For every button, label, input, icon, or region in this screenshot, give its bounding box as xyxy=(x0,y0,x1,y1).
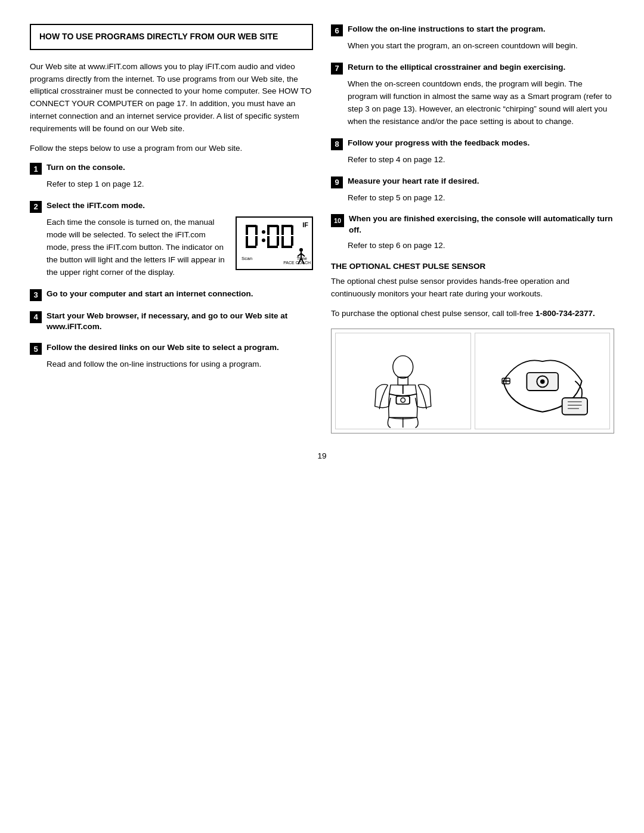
step-2-text: Each time the console is turned on, the … xyxy=(47,216,227,279)
svg-rect-4 xyxy=(255,236,258,246)
step-5-number: 5 xyxy=(30,343,42,355)
svg-point-7 xyxy=(262,239,265,242)
section-title: HOW TO USE PROGRAMS DIRECTLY FROM OUR WE… xyxy=(39,31,304,43)
step-5-body: Read and follow the on-line instructions… xyxy=(30,358,313,371)
step-6: 6 Follow the on-line instructions to sta… xyxy=(331,24,614,52)
step-10-header: 10 When you are finished exercising, the… xyxy=(331,213,614,236)
step-1-title: Turn on the console. xyxy=(47,162,125,174)
left-column: HOW TO USE PROGRAMS DIRECTLY FROM OUR WE… xyxy=(30,24,313,433)
step-3-header: 3 Go to your computer and start an inter… xyxy=(30,289,313,301)
step-2-number: 2 xyxy=(30,201,42,213)
step-1-header: 1 Turn on the console. xyxy=(30,162,313,175)
chest-sensor-heading: THE OPTIONAL CHEST PULSE SENSOR xyxy=(331,262,614,271)
step-1: 1 Turn on the console. Refer to step 1 o… xyxy=(30,162,313,191)
step-7-title: Return to the elliptical crosstrainer an… xyxy=(348,62,565,73)
svg-rect-18 xyxy=(291,236,293,246)
chest-sensor-phone: 1-800-734-2377. xyxy=(535,309,595,318)
step-8: 8 Follow your progress with the feedback… xyxy=(331,138,614,166)
step-7-number: 7 xyxy=(331,63,343,75)
svg-rect-15 xyxy=(281,236,284,246)
step-9-body: Refer to step 5 on page 12. xyxy=(331,192,614,205)
chest-image-front xyxy=(335,333,471,429)
step-10-body: Refer to step 6 on page 12. xyxy=(331,240,614,252)
step-5: 5 Follow the desired links on our Web si… xyxy=(30,342,313,371)
svg-rect-37 xyxy=(562,398,587,414)
step-10: 10 When you are finished exercising, the… xyxy=(331,213,614,252)
step-2-title: Select the iFIT.com mode. xyxy=(47,200,145,212)
step-2-body: Each time the console is turned on, the … xyxy=(30,216,313,279)
svg-point-20 xyxy=(299,248,303,252)
chest-image-front-svg xyxy=(336,333,470,429)
svg-rect-3 xyxy=(255,225,258,235)
chest-sensor-body2: To purchase the optional chest pulse sen… xyxy=(331,308,614,320)
step-9-number: 9 xyxy=(331,176,343,188)
step-7: 7 Return to the elliptical crosstrainer … xyxy=(331,62,614,128)
step-10-number: 10 xyxy=(331,214,344,227)
step-4-header: 4 Start your Web browser, if necessary, … xyxy=(30,311,313,333)
console-display: IF xyxy=(236,216,313,270)
step-3: 3 Go to your computer and start an inter… xyxy=(30,289,313,301)
svg-point-26 xyxy=(393,356,413,379)
console-digits-svg xyxy=(244,224,304,248)
step-6-number: 6 xyxy=(331,24,343,36)
step-9-header: 9 Measure your heart rate if desired. xyxy=(331,176,614,188)
step-4-title: Start your Web browser, if necessary, an… xyxy=(47,311,313,333)
step-4: 4 Start your Web browser, if necessary, … xyxy=(30,311,313,333)
step-3-title: Go to your computer and start an interne… xyxy=(47,289,253,300)
svg-rect-10 xyxy=(267,225,278,227)
step-1-number: 1 xyxy=(30,163,42,175)
step-9-title: Measure your heart rate if desired. xyxy=(348,176,479,187)
right-column: 6 Follow the on-line instructions to sta… xyxy=(331,24,614,433)
step-6-header: 6 Follow the on-line instructions to sta… xyxy=(331,24,614,36)
chest-sensor-body1: The optional chest pulse sensor provides… xyxy=(331,275,614,301)
svg-rect-5 xyxy=(246,246,256,248)
step-5-header: 5 Follow the desired links on our Web si… xyxy=(30,342,313,355)
svg-point-6 xyxy=(262,230,265,234)
svg-rect-13 xyxy=(267,246,278,248)
step-10-title: When you are finished exercising, the co… xyxy=(349,213,614,236)
step-4-number: 4 xyxy=(30,311,42,323)
step-8-number: 8 xyxy=(331,138,343,150)
chest-sensor-body2-text: To purchase the optional chest pulse sen… xyxy=(331,309,535,318)
console-pace-label: PACE COACH xyxy=(283,260,311,267)
chest-image-sensor-svg xyxy=(475,333,610,429)
step-3-number: 3 xyxy=(30,289,42,301)
intro-paragraph-2: Follow the steps below to use a program … xyxy=(30,143,313,155)
svg-rect-11 xyxy=(277,225,279,235)
console-scan-label: Scan xyxy=(242,255,252,262)
step-7-body: When the on-screen countdown ends, the p… xyxy=(331,78,614,128)
step-7-header: 7 Return to the elliptical crosstrainer … xyxy=(331,62,614,75)
svg-rect-9 xyxy=(267,236,270,246)
svg-point-29 xyxy=(401,398,405,402)
chest-images-container xyxy=(331,329,614,433)
svg-rect-19 xyxy=(281,246,292,248)
svg-rect-17 xyxy=(291,225,293,235)
step-8-body: Refer to step 4 on page 12. xyxy=(331,154,614,166)
chest-image-sensor xyxy=(475,333,611,429)
svg-rect-2 xyxy=(246,225,256,227)
svg-rect-16 xyxy=(281,225,292,227)
step-2-header: 2 Select the iFIT.com mode. xyxy=(30,200,313,213)
step-2-content: Each time the console is turned on, the … xyxy=(47,216,313,279)
step-1-body: Refer to step 1 on page 12. xyxy=(30,178,313,191)
page-content: HOW TO USE PROGRAMS DIRECTLY FROM OUR WE… xyxy=(30,24,614,460)
step-9: 9 Measure your heart rate if desired. Re… xyxy=(331,176,614,205)
step-8-title: Follow your progress with the feedback m… xyxy=(348,138,530,149)
console-if-label: IF xyxy=(302,220,308,230)
step-8-header: 8 Follow your progress with the feedback… xyxy=(331,138,614,150)
section-header-box: HOW TO USE PROGRAMS DIRECTLY FROM OUR WE… xyxy=(30,24,313,50)
step-6-body: When you start the program, an on-screen… xyxy=(331,40,614,52)
step-2: 2 Select the iFIT.com mode. Each time th… xyxy=(30,200,313,279)
svg-rect-28 xyxy=(396,396,410,404)
page-number: 19 xyxy=(30,451,614,460)
svg-rect-1 xyxy=(246,236,248,246)
svg-point-34 xyxy=(540,379,544,384)
intro-paragraph: Our Web site at www.iFIT.com allows you … xyxy=(30,61,313,136)
svg-rect-12 xyxy=(277,236,279,246)
step-5-title: Follow the desired links on our Web site… xyxy=(47,342,279,354)
step-6-title: Follow the on-line instructions to start… xyxy=(348,24,546,35)
